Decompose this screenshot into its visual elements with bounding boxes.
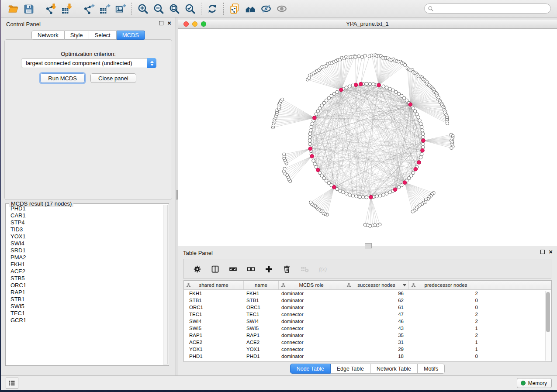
tab-edge-table[interactable]: Edge Table: [331, 364, 370, 374]
close-table-panel-icon[interactable]: ×: [549, 250, 553, 254]
split-panel-icon[interactable]: [210, 264, 220, 274]
mcds-list-scrollbar[interactable]: [163, 205, 168, 364]
mcds-result-item[interactable]: PMA2: [7, 254, 163, 261]
tab-network-table[interactable]: Network Table: [370, 364, 418, 374]
window-maximize-icon[interactable]: [201, 21, 206, 27]
table-tabs: Node TableEdge TableNetwork TableMotifs: [178, 364, 557, 374]
toolbar-separator: [40, 3, 40, 15]
mcds-result-item[interactable]: FKH1: [7, 261, 163, 268]
column-header-successor_nodes[interactable]: successor nodes: [344, 281, 409, 289]
cell-name: FKH1: [244, 290, 279, 297]
tab-select[interactable]: Select: [89, 31, 117, 40]
import-table-icon[interactable]: [60, 2, 73, 15]
close-panel-button[interactable]: Close panel: [90, 73, 136, 83]
tab-node-table[interactable]: Node Table: [290, 364, 331, 374]
column-header-name[interactable]: name: [244, 281, 279, 289]
mcds-result-item[interactable]: STB5: [7, 275, 163, 282]
tab-network[interactable]: Network: [31, 31, 65, 40]
table-row[interactable]: FKH1FKH1dominator962: [184, 290, 551, 297]
table-row[interactable]: SWI5SWI5connector431: [184, 325, 551, 332]
export-table-icon[interactable]: [98, 2, 111, 15]
table-row[interactable]: STB1STB1dominator620: [184, 297, 551, 304]
table-row[interactable]: SWI4SWI4dominator462: [184, 318, 551, 325]
mcds-result-item[interactable]: TEC1: [7, 310, 163, 317]
table-options-icon[interactable]: [192, 264, 202, 274]
cell-successor_nodes: 18: [344, 353, 409, 360]
zoom-out-icon[interactable]: [152, 2, 165, 15]
zoom-in-icon[interactable]: [136, 2, 149, 15]
table-row[interactable]: PHD1PHD1dominator180: [184, 353, 551, 360]
mcds-result-item[interactable]: STP4: [7, 219, 163, 226]
table-panel-title: Table Panel: [183, 250, 213, 256]
control-panel-tabs: NetworkStyleSelectMCDS: [31, 31, 145, 40]
window-close-icon[interactable]: [183, 21, 189, 27]
export-image-icon[interactable]: [114, 2, 127, 15]
add-column-icon[interactable]: [263, 264, 274, 274]
hide-details-icon[interactable]: [259, 2, 273, 15]
network-canvas[interactable]: [178, 29, 557, 246]
deselect-all-icon[interactable]: [246, 264, 256, 274]
mcds-result-item[interactable]: ACE2: [7, 268, 163, 275]
column-header-predecessor_nodes[interactable]: predecessor nodes: [409, 281, 483, 289]
float-panel-icon[interactable]: [159, 21, 163, 25]
table-row[interactable]: TEC1TEC1connector472: [184, 311, 551, 318]
cell-successor_nodes: 61: [344, 304, 409, 311]
column-header-shared_name[interactable]: shared name: [184, 281, 244, 289]
mcds-result-item[interactable]: SWI5: [7, 303, 163, 310]
mcds-result-item[interactable]: STB1: [7, 296, 163, 303]
export-network-icon[interactable]: [83, 2, 96, 15]
mcds-result-item[interactable]: SRD1: [7, 247, 163, 254]
mcds-result-item[interactable]: ORC1: [7, 282, 163, 289]
search-field[interactable]: [424, 3, 551, 14]
optimization-criterion-select[interactable]: largest connected component (undirected): [21, 58, 156, 68]
float-table-panel-icon[interactable]: [540, 250, 545, 254]
tab-motifs[interactable]: Motifs: [418, 364, 445, 374]
search-input[interactable]: [434, 5, 550, 13]
run-mcds-button[interactable]: Run MCDS: [40, 73, 85, 83]
table-scrollbar[interactable]: [545, 291, 550, 361]
table-row[interactable]: RAP1RAP1dominator352: [184, 332, 551, 339]
memory-button[interactable]: Memory: [517, 378, 552, 388]
clone-network-icon[interactable]: [228, 2, 241, 15]
cell-name: RAP1: [244, 332, 279, 339]
mcds-result-item[interactable]: GCR1: [7, 317, 163, 324]
cell-successor_nodes: 62: [344, 297, 409, 304]
show-details-icon[interactable]: [275, 2, 288, 15]
tab-style[interactable]: Style: [65, 31, 89, 40]
task-history-button[interactable]: [6, 378, 18, 389]
open-session-icon[interactable]: [7, 2, 20, 15]
import-network-icon[interactable]: [45, 2, 58, 15]
zoom-fit-icon[interactable]: [168, 2, 181, 15]
main-toolbar: [1, 0, 557, 17]
mcds-result-item[interactable]: YOX1: [7, 233, 163, 240]
node-table[interactable]: shared namenameMCDS rolesuccessor nodesp…: [183, 280, 552, 362]
tab-mcds[interactable]: MCDS: [117, 31, 145, 40]
select-all-icon[interactable]: [228, 264, 238, 274]
mcds-result-item[interactable]: PHD1: [7, 205, 163, 212]
refresh-icon[interactable]: [206, 2, 219, 15]
mcds-result-item[interactable]: RAP1: [7, 289, 163, 296]
table-scrollbar-thumb[interactable]: [546, 292, 550, 332]
cell-mcds_role: dominator: [279, 353, 344, 360]
column-header-mcds_role[interactable]: MCDS role: [279, 281, 344, 289]
save-session-icon[interactable]: [22, 2, 35, 15]
table-row[interactable]: ACE2ACE2connector311: [184, 339, 551, 346]
zoom-selected-icon[interactable]: [183, 2, 197, 15]
table-row[interactable]: ORC1ORC1dominator610: [184, 304, 551, 311]
mcds-result-item[interactable]: CAR1: [7, 212, 163, 219]
cell-predecessor_nodes: 0: [409, 304, 483, 311]
delete-column-icon[interactable]: [281, 264, 292, 274]
mcds-result-item[interactable]: SWI4: [7, 240, 163, 247]
close-panel-icon[interactable]: ×: [167, 21, 171, 25]
table-row[interactable]: YOX1YOX1connector291: [184, 346, 551, 353]
mcds-result-item[interactable]: TID3: [7, 226, 163, 233]
mcds-result-list[interactable]: PHD1CAR1STP4TID3YOX1SWI4SRD1PMA2FKH1ACE2…: [7, 205, 163, 364]
network-graph[interactable]: [178, 29, 557, 246]
cell-mcds_role: dominator: [279, 332, 344, 339]
window-minimize-icon[interactable]: [192, 21, 197, 27]
horizontal-splitter-handle[interactable]: [365, 243, 372, 248]
neighbors-icon[interactable]: [244, 2, 257, 15]
cell-mcds_role: dominator: [279, 318, 344, 325]
cell-predecessor_nodes: 2: [409, 318, 483, 325]
network-window-titlebar[interactable]: YPA_prune.txt_1: [178, 20, 557, 29]
